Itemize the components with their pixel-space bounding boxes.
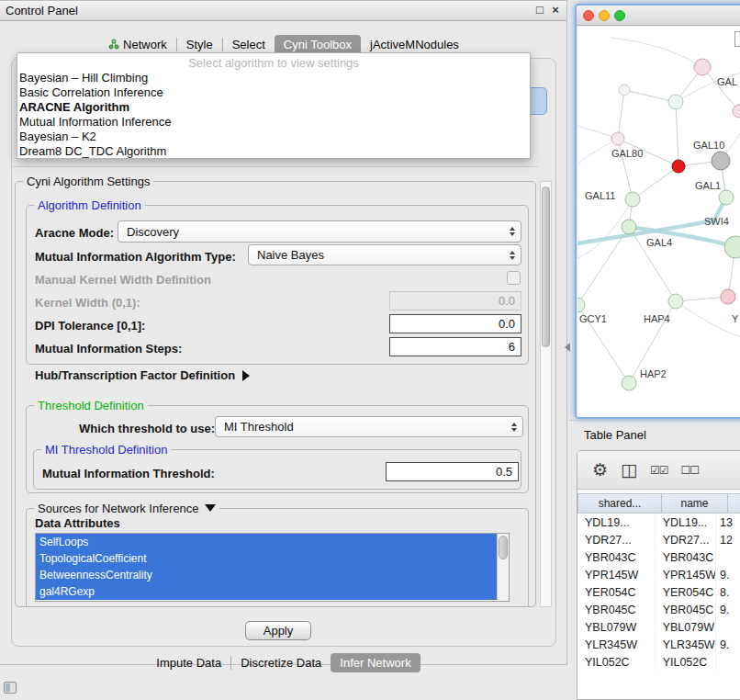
tab-select[interactable]: Select [223,35,275,54]
minimize-traffic-light[interactable] [599,10,610,21]
table-panel-window: ⚙ ◫ ☑☑ ☐☐ shared... name YDL19...YDL19..… [577,450,740,700]
table-cell: YBL079W [656,618,716,636]
network-tab-icon [108,39,119,50]
attribute-item[interactable]: SelfLoops [36,534,497,550]
panel-divider [569,420,740,421]
table-cell: YER054C [577,583,656,601]
aracne-mode-value: Discovery [127,225,179,239]
which-threshold-select[interactable]: MI Threshold [215,416,523,437]
kernel-width-label: Kernel Width (0,1): [35,296,140,310]
obscured-group-border [13,166,538,167]
table-cell: YBR043C [656,548,716,566]
table-row[interactable]: YDL19...YDL19...13 [577,514,740,531]
table-row[interactable]: YPR145WYPR145W9. [577,566,740,583]
hub-definition-toggle[interactable]: Hub/Transcription Factor Definition [35,368,250,382]
table-cell: YDR27... [577,531,656,548]
algorithm-option[interactable]: Mutual Information Inference [17,115,530,130]
threshold-definition-title: Threshold Definition [34,399,148,412]
svg-text:GAL: GAL [717,76,737,87]
table-header: shared... name [577,493,740,514]
tab-jactivemnodules[interactable]: jActiveMNodules [361,35,468,54]
table-cell: YLR345W [577,636,656,653]
algorithm-option[interactable]: Bayesian – K2 [17,130,530,144]
table-row[interactable]: YBL079WYBL079W [577,618,740,636]
tab-infer-network[interactable]: Infer Network [331,653,420,672]
algorithm-definition-title: Algorithm Definition [34,198,145,212]
table-cell: YBR043C [577,548,656,566]
apply-button[interactable]: Apply [245,621,311,640]
table-row[interactable]: YBR043CYBR043C [577,548,740,566]
attribute-item[interactable]: TopologicalCoefficient [36,550,497,567]
aracne-mode-label: Aracne Mode: [35,226,114,240]
data-attributes-list[interactable]: SelfLoops TopologicalCoefficient Between… [35,533,510,602]
mi-type-select[interactable]: Naive Bayes [248,244,521,265]
svg-text:SWI4: SWI4 [704,216,729,227]
settings-scrollbar-thumb[interactable] [542,186,550,347]
mi-threshold-group-title: MI Threshold Definition [41,443,171,457]
svg-text:GAL80: GAL80 [611,148,643,159]
svg-text:GCY1: GCY1 [579,313,607,324]
tab-impute-data[interactable]: Impute Data [147,653,230,672]
network-canvas[interactable]: GAL80GAL10GAL1GAL11SWI4GAL4GCY1HAP4HAP2G… [577,27,740,417]
tab-style[interactable]: Style [177,35,222,54]
table-panel-title: Table Panel [584,428,646,442]
deselect-all-icon[interactable]: ☐☐ [681,464,700,477]
gear-icon[interactable]: ⚙ [592,459,608,480]
zoom-traffic-light[interactable] [614,10,625,21]
algorithm-option-selected[interactable]: ARACNE Algorithm [17,100,530,115]
svg-text:GAL1: GAL1 [695,180,721,191]
attributes-scrollbar[interactable] [497,534,509,601]
splitter-collapse-icon[interactable] [565,343,570,352]
algorithm-option[interactable]: Basic Correlation Inference [17,85,530,100]
sources-title: Sources for Network Inference [38,502,199,515]
algorithm-option[interactable]: Bayesian – Hill Climbing [17,71,530,85]
table-cell: 9. [716,566,740,583]
select-all-icon[interactable]: ☑☑ [650,464,668,477]
aracne-mode-select[interactable]: Discovery [118,220,521,243]
table-row[interactable]: YDR27...YDR27...12 [577,531,740,548]
attribute-item[interactable]: gal4RGexp [36,583,497,600]
mi-threshold-label: Mutual Information Threshold: [42,467,215,480]
sources-toggle[interactable]: Sources for Network Inference [34,502,219,515]
algorithm-option[interactable]: Dream8 DC_TDC Algorithm [17,144,530,159]
tab-cyni-toolbox[interactable]: Cyni Toolbox [275,35,361,54]
svg-text:GAL4: GAL4 [646,237,672,248]
table-cell: YLR345W [656,636,716,653]
column-header-extra[interactable] [728,493,740,514]
close-traffic-light[interactable] [583,10,594,21]
combo-stepper-icon [510,251,515,260]
dpi-tolerance-field[interactable]: 0.0 [389,314,521,333]
table-row[interactable]: YIL052CYIL052C [577,653,740,671]
mi-steps-field[interactable]: 6 [389,337,521,356]
table-cell [716,653,740,671]
close-icon[interactable]: × [549,3,562,17]
kernel-width-field[interactable]: 0.0 [389,291,521,310]
mi-threshold-field[interactable]: 0.5 [386,462,519,481]
tab-network[interactable]: Network [99,35,176,54]
table-cell: YBR045C [656,601,716,618]
minimized-panel-icon[interactable] [4,682,17,694]
columns-icon[interactable]: ◫ [621,459,637,480]
birdseye-toggle[interactable] [734,31,740,47]
table-row[interactable]: YLR345WYLR345W9. [577,636,740,653]
manual-kernel-checkbox[interactable] [507,271,521,285]
column-header-shared-name[interactable]: shared... [577,493,662,514]
algorithm-dropdown-popup: Select algorithm to view settings Bayesi… [17,52,531,159]
attributes-scrollbar-thumb[interactable] [499,536,508,559]
settings-scrollbar[interactable] [540,181,552,607]
float-window-icon[interactable]: □ [533,3,546,17]
which-threshold-value: MI Threshold [224,420,294,434]
table-body: YDL19...YDL19...13YDR27...YDR27...12YBR0… [577,514,740,671]
table-cell: 9. [716,636,740,653]
dpi-tolerance-label: DPI Tolerance [0,1]: [35,319,145,333]
table-cell: 12 [716,531,740,548]
mi-type-value: Naive Bayes [257,248,324,262]
attribute-item[interactable]: BetweennessCentrality [36,567,497,583]
svg-text:GAL10: GAL10 [693,140,724,151]
column-header-name[interactable]: name [662,493,728,514]
table-row[interactable]: YER054CYER054C8. [577,583,740,601]
network-view-window: GAL80GAL10GAL1GAL11SWI4GAL4GCY1HAP4HAP2G… [575,4,740,419]
table-cell: YDL19... [577,514,656,531]
tab-discretize-data[interactable]: Discretize Data [231,653,331,672]
table-row[interactable]: YBR045CYBR045C9. [577,601,740,618]
